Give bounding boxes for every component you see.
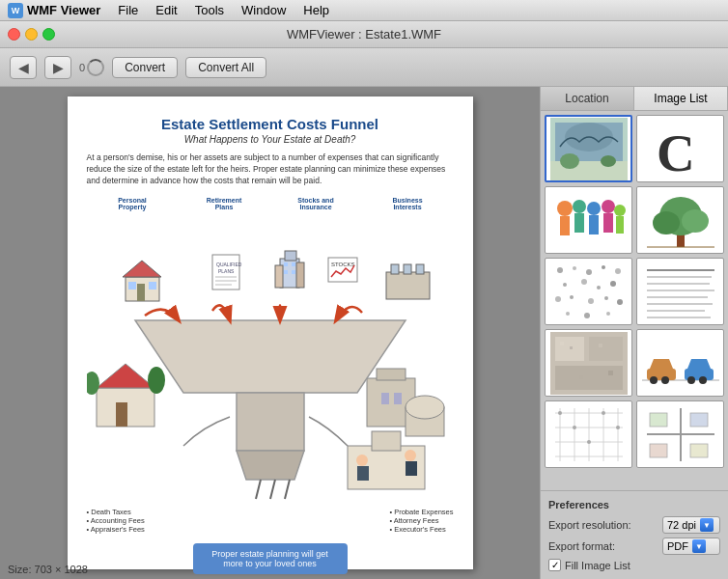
image-thumb-7[interactable] bbox=[545, 329, 632, 397]
menu-file[interactable]: File bbox=[110, 1, 146, 19]
svg-rect-49 bbox=[292, 270, 295, 274]
document-title: Estate Settlement Costs Funnel bbox=[87, 116, 454, 132]
plans-icon: QUALIFIED PLANS bbox=[212, 255, 242, 290]
svg-rect-52 bbox=[386, 272, 430, 299]
svg-rect-72 bbox=[603, 213, 613, 233]
image-thumb-8[interactable] bbox=[636, 329, 724, 397]
format-dropdown-arrow[interactable]: ▼ bbox=[692, 539, 706, 553]
svg-marker-124 bbox=[687, 359, 711, 369]
page-indicator: 0 bbox=[79, 59, 104, 76]
svg-rect-46 bbox=[284, 262, 288, 266]
image-thumb-6[interactable] bbox=[636, 258, 724, 325]
image-thumb-10[interactable] bbox=[636, 400, 724, 468]
svg-rect-22 bbox=[357, 466, 369, 481]
back-button[interactable]: ◀ bbox=[10, 56, 37, 79]
export-format-select[interactable]: PDF ▼ bbox=[662, 538, 720, 555]
app-menu[interactable]: W WMF Viewer bbox=[8, 3, 100, 18]
expenses-right: Probate Expenses Attorney Fees Executor'… bbox=[389, 508, 453, 534]
funnel-illustration: QUALIFIED PLANS bbox=[87, 214, 454, 504]
svg-text:C: C bbox=[657, 124, 695, 180]
svg-rect-44 bbox=[275, 265, 283, 288]
svg-rect-24 bbox=[406, 461, 417, 476]
size-value: 703 × 1028 bbox=[35, 564, 88, 575]
svg-point-137 bbox=[558, 411, 562, 415]
size-label: Size: 703 × 1028 bbox=[8, 564, 88, 575]
svg-rect-68 bbox=[574, 213, 584, 233]
expenses-left: Death Taxes Accounting Fees Appraiser's … bbox=[87, 508, 145, 534]
svg-point-84 bbox=[586, 269, 592, 275]
svg-point-121 bbox=[650, 376, 658, 384]
menu-tools[interactable]: Tools bbox=[187, 1, 232, 19]
svg-rect-148 bbox=[690, 444, 708, 457]
expense-item: Executor's Fees bbox=[389, 525, 453, 534]
image-thumb-2[interactable]: C bbox=[636, 115, 724, 182]
svg-rect-7 bbox=[381, 393, 389, 404]
svg-rect-110 bbox=[589, 337, 623, 361]
category-labels: PersonalProperty RetirementPlans Stocks … bbox=[87, 197, 454, 210]
toolbar: ◀ ▶ 0 Convert Convert All bbox=[0, 48, 728, 87]
svg-point-91 bbox=[555, 296, 561, 302]
svg-point-67 bbox=[573, 200, 586, 213]
svg-rect-33 bbox=[137, 284, 145, 301]
expense-item: Appraiser's Fees bbox=[87, 525, 145, 534]
svg-point-4 bbox=[148, 367, 165, 394]
close-button[interactable] bbox=[8, 28, 20, 41]
export-resolution-select[interactable]: 72 dpi ▼ bbox=[662, 516, 720, 534]
expense-item: Accounting Fees bbox=[87, 516, 145, 525]
svg-text:STOCKS: STOCKS bbox=[331, 262, 355, 267]
page-number: 0 bbox=[79, 62, 85, 73]
svg-rect-54 bbox=[404, 264, 411, 274]
svg-rect-146 bbox=[690, 413, 708, 427]
svg-rect-114 bbox=[599, 344, 602, 347]
image-thumb-4[interactable] bbox=[636, 186, 724, 254]
window-title: WMFViewer : Estate1.WMF bbox=[287, 27, 441, 41]
tab-location[interactable]: Location bbox=[541, 87, 634, 110]
tab-image-list[interactable]: Image List bbox=[634, 87, 728, 110]
forward-button[interactable]: ▶ bbox=[44, 56, 71, 79]
tabs: Location Image List bbox=[541, 87, 728, 111]
cat-retirement: RetirementPlans bbox=[195, 197, 253, 210]
image-thumb-3[interactable] bbox=[545, 186, 632, 254]
stock-icon: STOCKS bbox=[328, 258, 357, 282]
image-thumb-9[interactable] bbox=[545, 400, 632, 468]
resolution-dropdown-arrow[interactable]: ▼ bbox=[700, 518, 714, 532]
svg-point-83 bbox=[573, 266, 576, 270]
fill-image-list-checkbox[interactable]: ✓ bbox=[548, 559, 561, 571]
svg-point-92 bbox=[570, 295, 574, 299]
convert-button[interactable]: Convert bbox=[112, 57, 178, 78]
maximize-button[interactable] bbox=[42, 28, 55, 41]
menu-window[interactable]: Window bbox=[234, 1, 294, 19]
svg-rect-66 bbox=[560, 216, 570, 235]
svg-rect-35 bbox=[149, 282, 156, 290]
image-thumb-1[interactable] bbox=[545, 115, 632, 182]
menu-edit[interactable]: Edit bbox=[148, 1, 184, 19]
svg-marker-25 bbox=[135, 320, 406, 393]
svg-rect-26 bbox=[237, 393, 304, 451]
svg-point-65 bbox=[557, 201, 573, 216]
svg-rect-47 bbox=[292, 262, 295, 266]
svg-point-61 bbox=[601, 155, 616, 167]
svg-point-86 bbox=[615, 268, 621, 274]
business-icon bbox=[386, 264, 430, 299]
minimize-button[interactable] bbox=[25, 28, 38, 41]
menubar: W WMF Viewer File Edit Tools Window Help bbox=[0, 0, 728, 21]
menu-help[interactable]: Help bbox=[295, 1, 337, 19]
courtroom-group bbox=[348, 431, 425, 489]
svg-point-141 bbox=[616, 426, 620, 429]
main-layout: Estate Settlement Costs Funnel What Happ… bbox=[0, 87, 728, 579]
svg-marker-32 bbox=[123, 261, 161, 277]
convert-all-button[interactable]: Convert All bbox=[185, 57, 266, 78]
svg-point-21 bbox=[356, 455, 368, 466]
forward-icon: ▶ bbox=[53, 60, 64, 75]
export-format-value: PDF bbox=[667, 540, 688, 552]
app-name[interactable]: WMF Viewer bbox=[27, 3, 100, 17]
svg-point-122 bbox=[661, 376, 669, 384]
svg-rect-111 bbox=[555, 366, 623, 390]
svg-point-71 bbox=[602, 200, 615, 213]
titlebar: WMFViewer : Estate1.WMF bbox=[0, 21, 728, 48]
cat-business: BusinessInterests bbox=[378, 197, 436, 210]
spinner-icon bbox=[87, 59, 104, 76]
image-thumb-5[interactable] bbox=[545, 258, 632, 325]
preferences-title: Preferences bbox=[548, 499, 720, 510]
svg-point-95 bbox=[617, 299, 623, 305]
